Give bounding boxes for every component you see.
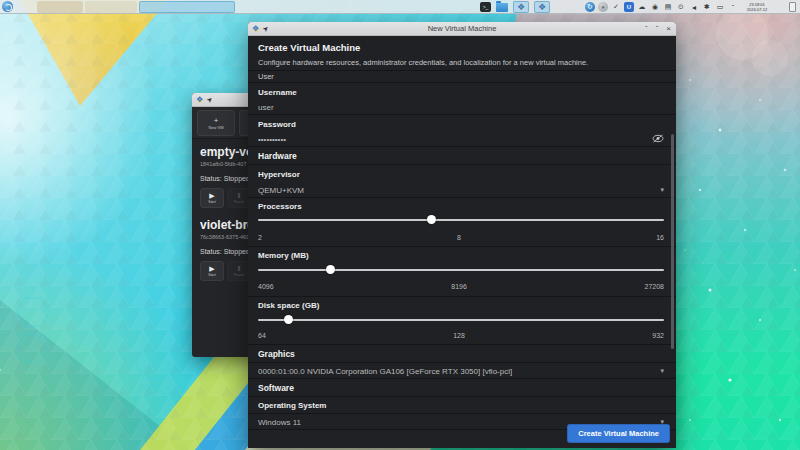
disk-label: Disk space (GB) (258, 301, 664, 310)
hypervisor-label: Hypervisor (258, 170, 664, 179)
memory-slider[interactable] (258, 265, 664, 274)
processors-label: Processors (258, 202, 664, 211)
task-button-active[interactable] (139, 1, 235, 13)
dialog-scrollbar[interactable] (671, 134, 674, 349)
graphics-select[interactable]: 0000:01:00.0 NVIDIA Corporation GA106 [G… (258, 367, 664, 376)
window-title: New Virtual Machine (248, 24, 676, 33)
username-input[interactable]: user (258, 103, 664, 112)
task-button[interactable] (85, 1, 137, 13)
os-label: Operating System (258, 401, 664, 410)
plus-icon: + (214, 116, 219, 125)
volume-icon[interactable]: ◄ (689, 2, 699, 12)
dialog-subtitle: Configure hardware resources, administra… (258, 58, 588, 67)
cloud-sync-icon[interactable]: ☁ (637, 2, 647, 12)
system-tray: ↻ ● ✓ U ☁ ◉ ▤ ⊙ ◄ ✱ ▭ ˇ (585, 0, 738, 14)
status-inactive-icon[interactable]: ● (598, 2, 608, 12)
network-update-icon[interactable]: ↻ (585, 2, 595, 12)
app-icon: ❖ (196, 96, 203, 104)
digital-clock[interactable]: 23:18:01 2024-07-12 (742, 2, 772, 12)
shield-icon[interactable]: ✓ (611, 2, 621, 12)
app-icon: ❖ (517, 3, 525, 12)
desktop: >_ ❖ ❖ ↻ ● ✓ U ☁ ◉ ▤ ⊙ ◄ ✱ ▭ ˇ 23:18:01 … (0, 0, 800, 450)
section-graphics: Graphics (258, 349, 664, 359)
minimize-icon[interactable]: ˇ (645, 24, 648, 33)
username-label: Username (258, 88, 664, 97)
memory-label: Memory (MB) (258, 251, 664, 260)
hypervisor-select[interactable]: QEMU+KVM ▾ (258, 186, 664, 195)
password-input[interactable]: •••••••••• (258, 135, 664, 144)
disk-slider[interactable] (258, 315, 664, 324)
top-panel: >_ ❖ ❖ ↻ ● ✓ U ☁ ◉ ▤ ⊙ ◄ ✱ ▭ ˇ 23:18:01 … (0, 0, 800, 14)
task-button[interactable] (37, 1, 83, 13)
task-manager (37, 1, 235, 13)
start-vm-button[interactable]: ▶ Start (200, 261, 224, 281)
processors-slider[interactable] (258, 215, 664, 224)
media-player-icon[interactable]: ⊙ (676, 2, 686, 12)
display-icon[interactable]: ▭ (715, 2, 725, 12)
file-manager-icon[interactable] (496, 3, 508, 12)
slider-handle[interactable] (326, 265, 335, 274)
play-icon: ▶ (209, 265, 214, 273)
section-user: User (258, 72, 664, 81)
new-vm-button[interactable]: + New VM (197, 110, 235, 136)
maximize-icon[interactable]: ˆ (656, 24, 659, 33)
section-hardware: Hardware (258, 151, 664, 161)
show-desktop-button[interactable] (789, 2, 796, 12)
pin-icon[interactable]: ➤ (205, 95, 215, 105)
vault-icon[interactable]: U (624, 2, 634, 12)
play-icon: ▶ (209, 192, 214, 200)
slider-handle[interactable] (427, 215, 436, 224)
disk-scale: 64128932 (258, 332, 664, 339)
clock-date: 2024-07-12 (742, 7, 772, 12)
pinned-apps: >_ ❖ ❖ (480, 1, 550, 13)
dialog-body: Create Virtual Machine Configure hardwar… (248, 36, 676, 448)
dialog-titlebar[interactable]: ❖ ➤ New Virtual Machine ˇ ˆ × (248, 22, 676, 36)
terminal-icon[interactable]: >_ (480, 2, 491, 12)
password-label: Password (258, 120, 664, 129)
new-vm-dialog: ❖ ➤ New Virtual Machine ˇ ˆ × Create Vir… (248, 22, 676, 448)
chevron-down-icon: ▾ (660, 367, 664, 375)
chevron-down-icon: ▾ (660, 186, 664, 194)
memory-scale: 4096819627208 (258, 283, 664, 290)
clipboard-icon[interactable]: ▤ (663, 2, 673, 12)
pause-icon: ‖ (238, 265, 241, 273)
section-software: Software (258, 383, 664, 393)
show-password-icon[interactable] (652, 134, 664, 143)
create-vm-button[interactable]: Create Virtual Machine (567, 424, 670, 443)
app-icon: ❖ (538, 3, 546, 12)
app-task-b[interactable]: ❖ (534, 1, 550, 13)
screen-record-icon[interactable]: ◉ (650, 2, 660, 12)
start-vm-button[interactable]: ▶ Start (200, 188, 224, 208)
tray-expand-icon[interactable]: ˇ (728, 2, 738, 12)
slider-handle[interactable] (284, 315, 293, 324)
app-task-a[interactable]: ❖ (513, 1, 529, 13)
close-icon[interactable]: × (666, 24, 671, 33)
pause-icon: ‖ (238, 192, 241, 200)
dialog-header: Create Virtual Machine (258, 42, 360, 53)
app-launcher-icon[interactable] (2, 1, 13, 12)
bluetooth-icon[interactable]: ✱ (702, 2, 712, 12)
processors-scale: 2816 (258, 234, 664, 241)
